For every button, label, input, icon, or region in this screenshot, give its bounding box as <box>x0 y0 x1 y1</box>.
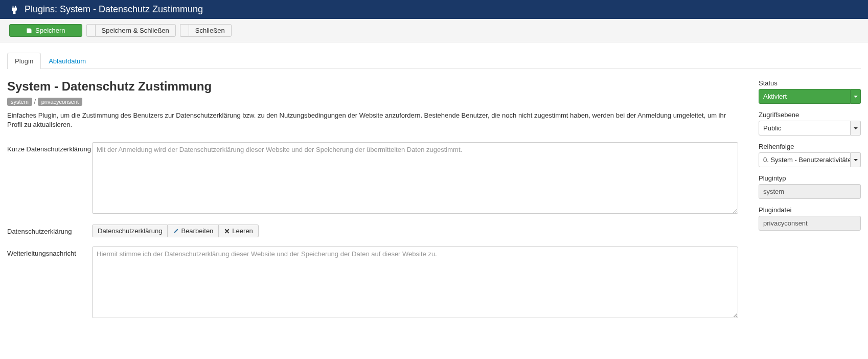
chevron-down-icon <box>851 121 861 136</box>
status-select[interactable]: Aktiviert <box>759 89 861 104</box>
access-label: Zugriffsebene <box>759 111 861 119</box>
tab-expiry[interactable]: Ablaufdatum <box>41 53 94 69</box>
privacy-article-label: Datenschutzerklärung <box>7 225 92 237</box>
plugin-description: Einfaches Plugin, um die Zustimmung des … <box>7 111 738 129</box>
page-title: Plugins: System - Datenschutz Zustimmung <box>25 4 203 15</box>
access-select[interactable]: Public <box>759 121 861 136</box>
toolbar: Speichern Speichern & Schließen Schließe… <box>0 19 868 42</box>
short-privacy-label: Kurze Datenschutzerklärung <box>7 142 92 215</box>
ordering-label: Reihenfolge <box>759 143 861 150</box>
status-label: Status <box>759 79 861 87</box>
plugin-badges: system / privacyconsent <box>7 98 738 106</box>
pencil-icon <box>173 228 179 234</box>
chevron-down-icon <box>851 152 861 167</box>
pluginfile-value: privacyconsent <box>759 216 861 231</box>
plugintype-label: Plugintyp <box>759 174 861 182</box>
clear-button[interactable]: Leeren <box>219 225 258 237</box>
badge-folder: system <box>7 98 32 106</box>
redirect-message-textarea[interactable] <box>92 246 738 318</box>
redirect-message-label: Weiterleitungsnachricht <box>7 246 92 320</box>
pluginfile-label: Plugindatei <box>759 206 861 214</box>
save-close-button[interactable]: Speichern & Schließen <box>86 24 176 37</box>
close-button[interactable]: Schließen <box>180 24 232 37</box>
privacy-article-value: Datenschutzerklärung <box>92 225 168 237</box>
chevron-down-icon <box>851 89 861 104</box>
pencil-square-icon <box>26 28 32 34</box>
page-header: Plugins: System - Datenschutz Zustimmung <box>0 0 868 19</box>
save-button[interactable]: Speichern <box>9 24 82 37</box>
tabs: Plugin Ablaufdatum <box>7 53 861 69</box>
plugintype-value: system <box>759 184 861 199</box>
ordering-select[interactable]: 0. System - Benutzeraktivitäten <box>759 152 861 167</box>
short-privacy-textarea[interactable] <box>92 142 738 214</box>
x-icon <box>224 228 230 234</box>
tab-plugin[interactable]: Plugin <box>7 53 41 69</box>
badge-element: privacyconsent <box>38 98 82 106</box>
plug-icon <box>9 5 19 15</box>
plugin-heading: System - Datenschutz Zustimmung <box>7 79 738 94</box>
edit-button[interactable]: Bearbeiten <box>168 225 219 237</box>
